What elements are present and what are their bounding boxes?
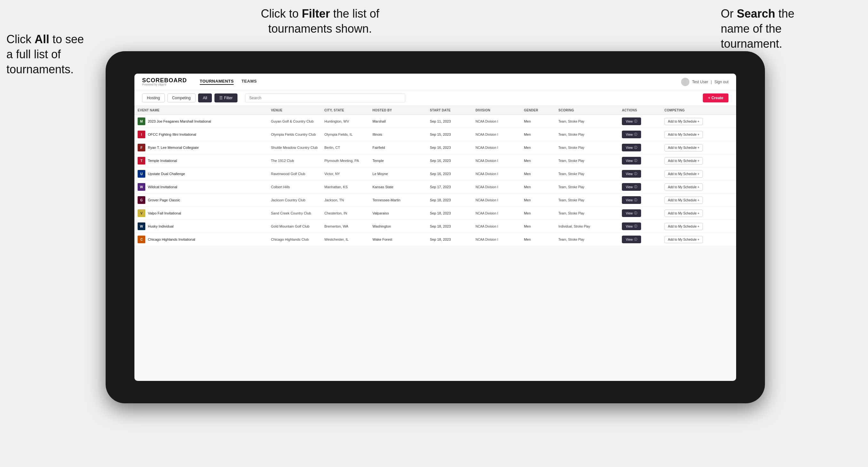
team-logo-0: M — [137, 118, 145, 125]
filter-label: Filter — [224, 96, 233, 100]
event-cell-8: W Husky Individual — [134, 220, 268, 233]
division-2: NCAA Division I — [472, 141, 521, 154]
view-button-3[interactable]: View ⓘ — [622, 157, 641, 164]
table-row: T Temple Invitational The 1912 Club Plym… — [134, 154, 736, 167]
start-date-8: Sep 18, 2023 — [427, 220, 472, 233]
hosted-by-4: Le Moyne — [369, 167, 427, 181]
event-cell-7: V Valpo Fall Invitational — [134, 207, 268, 220]
venue-3: The 1912 Club — [268, 154, 321, 167]
schedule-button-7[interactable]: Add to My Schedule + — [664, 210, 703, 217]
start-date-2: Sep 16, 2023 — [427, 141, 472, 154]
table-container: EVENT NAME VENUE CITY, STATE HOSTED BY S… — [134, 106, 736, 381]
col-hosted-by: HOSTED BY — [369, 106, 427, 115]
table-row: W Husky Individual Gold Mountain Golf Cl… — [134, 220, 736, 233]
all-tab[interactable]: All — [198, 93, 212, 102]
logo-sub: Powered by clipp'd — [142, 83, 187, 86]
scoring-0: Team, Stroke Play — [555, 115, 619, 128]
avatar — [681, 78, 689, 86]
gender-8: Men — [521, 220, 555, 233]
gender-0: Men — [521, 115, 555, 128]
event-name-6: Grover Page Classic — [148, 198, 180, 202]
event-cell-1: I OFCC Fighting Illini Invitational — [134, 128, 268, 141]
event-cell-5: W Wildcat Invitational — [134, 181, 268, 194]
nav-tabs: TOURNAMENTS TEAMS — [200, 79, 257, 85]
actions-3: View ⓘ — [619, 154, 661, 167]
nav-tab-tournaments[interactable]: TOURNAMENTS — [200, 79, 234, 85]
division-6: NCAA Division I — [472, 194, 521, 207]
view-button-4[interactable]: View ⓘ — [622, 170, 641, 178]
hosted-by-1: Illinois — [369, 128, 427, 141]
schedule-button-0[interactable]: Add to My Schedule + — [664, 118, 703, 125]
competing-tab[interactable]: Competing — [167, 93, 195, 102]
logo-text: SCOREBOARD — [142, 77, 187, 83]
scoring-1: Team, Stroke Play — [555, 128, 619, 141]
city-7: Chesterton, IN — [321, 207, 369, 220]
view-button-1[interactable]: View ⓘ — [622, 131, 641, 138]
competing-5: Add to My Schedule + — [661, 181, 736, 194]
hosted-by-7: Valparaiso — [369, 207, 427, 220]
col-gender: GENDER — [521, 106, 555, 115]
filter-button[interactable]: ☰ Filter — [214, 93, 238, 102]
info-icon-2: ⓘ — [634, 145, 637, 150]
schedule-button-1[interactable]: Add to My Schedule + — [664, 131, 703, 138]
hosted-by-2: Fairfield — [369, 141, 427, 154]
actions-4: View ⓘ — [619, 167, 661, 181]
event-name-9: Chicago Highlands Invitational — [148, 238, 195, 241]
venue-2: Shuttle Meadow Country Club — [268, 141, 321, 154]
event-name-8: Husky Individual — [148, 224, 174, 228]
view-button-2[interactable]: View ⓘ — [622, 144, 641, 151]
actions-6: View ⓘ — [619, 194, 661, 207]
event-cell-0: M 2023 Joe Feaganes Marshall Invitationa… — [134, 115, 268, 128]
team-logo-5: W — [137, 183, 145, 191]
event-cell-6: G Grover Page Classic — [134, 194, 268, 207]
division-3: NCAA Division I — [472, 154, 521, 167]
team-logo-6: G — [137, 196, 145, 204]
city-9: Westchester, IL — [321, 233, 369, 246]
schedule-button-9[interactable]: Add to My Schedule + — [664, 236, 703, 243]
schedule-button-5[interactable]: Add to My Schedule + — [664, 183, 703, 191]
view-button-8[interactable]: View ⓘ — [622, 222, 641, 230]
actions-7: View ⓘ — [619, 207, 661, 220]
team-logo-8: W — [137, 222, 145, 230]
hosting-tab[interactable]: Hosting — [142, 93, 165, 102]
view-button-7[interactable]: View ⓘ — [622, 209, 641, 217]
view-button-9[interactable]: View ⓘ — [622, 236, 641, 243]
view-button-0[interactable]: View ⓘ — [622, 118, 641, 125]
search-input[interactable] — [245, 93, 405, 102]
actions-8: View ⓘ — [619, 220, 661, 233]
view-button-5[interactable]: View ⓘ — [622, 183, 641, 191]
filter-icon: ☰ — [219, 96, 223, 100]
start-date-1: Sep 15, 2023 — [427, 128, 472, 141]
start-date-4: Sep 16, 2023 — [427, 167, 472, 181]
schedule-button-2[interactable]: Add to My Schedule + — [664, 144, 703, 151]
schedule-button-4[interactable]: Add to My Schedule + — [664, 170, 703, 178]
nav-tab-teams[interactable]: TEAMS — [241, 79, 257, 85]
city-0: Huntington, WV — [321, 115, 369, 128]
create-button[interactable]: + Create — [703, 93, 728, 102]
division-5: NCAA Division I — [472, 181, 521, 194]
competing-7: Add to My Schedule + — [661, 207, 736, 220]
scoring-8: Individual, Stroke Play — [555, 220, 619, 233]
view-button-6[interactable]: View ⓘ — [622, 196, 641, 204]
header-right: Test User | Sign out — [681, 78, 728, 86]
actions-2: View ⓘ — [619, 141, 661, 154]
table-row: C Chicago Highlands Invitational Chicago… — [134, 233, 736, 246]
venue-5: Colbert Hills — [268, 181, 321, 194]
schedule-button-6[interactable]: Add to My Schedule + — [664, 196, 703, 204]
city-5: Manhattan, KS — [321, 181, 369, 194]
division-1: NCAA Division I — [472, 128, 521, 141]
division-9: NCAA Division I — [472, 233, 521, 246]
scoring-9: Team, Stroke Play — [555, 233, 619, 246]
schedule-button-8[interactable]: Add to My Schedule + — [664, 223, 703, 230]
sign-out-link[interactable]: Sign out — [714, 80, 728, 84]
annotation-all: Click All to seea full list oftournament… — [6, 32, 96, 77]
competing-2: Add to My Schedule + — [661, 141, 736, 154]
hosted-by-3: Temple — [369, 154, 427, 167]
hosted-by-8: Washington — [369, 220, 427, 233]
separator: | — [711, 80, 712, 84]
actions-1: View ⓘ — [619, 128, 661, 141]
venue-8: Gold Mountain Golf Club — [268, 220, 321, 233]
venue-4: Ravenwood Golf Club — [268, 167, 321, 181]
gender-6: Men — [521, 194, 555, 207]
schedule-button-3[interactable]: Add to My Schedule + — [664, 157, 703, 164]
